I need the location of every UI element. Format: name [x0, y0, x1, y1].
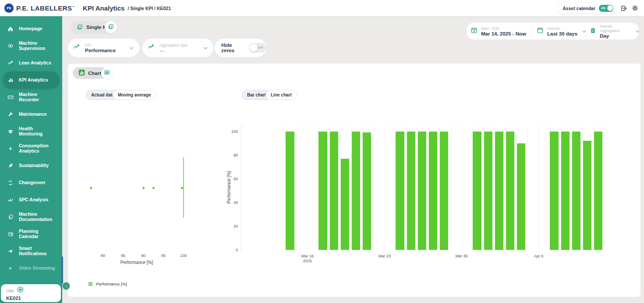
bar-chart-x-tick-label: Apr 6 [534, 254, 544, 259]
machine-type-label: Line [6, 289, 14, 293]
sidebar-nav: Homepage Machine Supervision Lean Analyt… [0, 16, 62, 303]
sidebar-item-kpi-analytics[interactable]: KPI Analytics [3, 71, 59, 89]
sidebar-item-maintenance[interactable]: Maintenance [0, 106, 62, 123]
interval-aggregation-select[interactable]: Interval Aggregation Day [585, 25, 639, 37]
bolt-icon [7, 146, 14, 152]
kpi-trend-icon [73, 43, 80, 52]
svg-text:1: 1 [80, 25, 81, 28]
start-end-field[interactable]: Start - End Mar 14, 2025 - Now [467, 25, 532, 37]
scatter-point [142, 187, 145, 189]
changeover-cycle-icon [7, 180, 14, 186]
sidebar-item-video-streaming[interactable]: Video Streaming [0, 260, 62, 277]
interval-aggregation-value: Day [600, 33, 623, 39]
day-gridline [605, 125, 605, 250]
top-header: PE P.E. LABELLERS™ KPI Analytics / Singl… [0, 0, 644, 16]
bar-mar-27 [429, 132, 438, 250]
sidebar-collapse-button[interactable]: ‹ [63, 282, 70, 289]
day-gridline [451, 125, 451, 250]
sidebar-item-homepage[interactable]: Homepage [0, 20, 62, 37]
sidebar-item-machine-supervision[interactable]: Machine Supervision [0, 37, 62, 54]
aggregation-type-select[interactable]: Aggregation type --- [142, 39, 213, 57]
aggregation-type-value: --- [159, 48, 188, 53]
bar-chart-y-axis-title: Performance [%] [226, 171, 231, 203]
interval-value: Last 30 days [547, 31, 577, 36]
compare-kpi-icon: 2 [108, 23, 114, 32]
sidebar-item-smart-notifications[interactable]: Smart Notifications [0, 242, 62, 260]
strip-plot-x-axis-title: Performance [%] [120, 260, 153, 265]
day-gridline [297, 125, 297, 250]
strip-x-tick-label: 100 [180, 253, 187, 258]
leaf-icon [7, 163, 14, 168]
sidebar-item-lean-analytics[interactable]: Lean Analytics [0, 54, 62, 71]
trademark-mark: ™ [72, 6, 75, 8]
sidebar-item-planning-calendar[interactable]: Planning Calendar [0, 225, 62, 242]
sidebar-item-spc-analysis[interactable]: SPC Analysis [0, 191, 62, 208]
sidebar-item-label: Changeover [19, 180, 56, 185]
hide-zeros-control: Hide zeros OFF [215, 39, 266, 57]
sidebar-item-consumption-analytics[interactable]: Consumption Analytics [0, 140, 62, 157]
bar-chart-x-tick-label: Mar 30 [456, 254, 468, 259]
chart-panel: Chart Actual data Moving average Bar cha… [68, 64, 640, 297]
bar-apr-9 [572, 132, 581, 250]
bar-mar-18 [330, 132, 339, 250]
kpi-select[interactable]: KPI Performance [68, 39, 139, 57]
chevron-down-icon [636, 29, 639, 32]
sidebar-item-label: Smart Notifications [19, 246, 56, 256]
interval-aggregation-label: Interval Aggregation [600, 24, 623, 33]
legend-label: Performance [%] [96, 282, 127, 286]
chart-legend[interactable]: Performance [%] [88, 282, 127, 286]
sidebar-item-health-monitoring[interactable]: Health Monitoring [0, 123, 62, 140]
compare-kpi-button[interactable]: 2 [105, 21, 117, 33]
gear-icon[interactable] [631, 4, 639, 12]
sidebar-item-label: SPC Analysis [19, 197, 56, 203]
aggregation-type-label: Aggregation type [159, 43, 188, 47]
day-gridline [527, 125, 528, 250]
page-title: KPI Analytics [83, 4, 124, 12]
sidebar-scrollbar[interactable] [61, 257, 63, 284]
home-icon [7, 26, 14, 32]
bar-chart-x-tick-label: Mar 23 [379, 254, 391, 259]
wrench-icon [7, 111, 14, 117]
toggle-knob [607, 5, 613, 11]
machine-icon [17, 286, 24, 295]
heart-pulse-icon [7, 128, 14, 135]
logout-icon[interactable] [620, 4, 627, 12]
day-gridline [374, 125, 374, 250]
bar-mar-19 [341, 159, 350, 250]
calendar-icon [537, 27, 544, 36]
bar-apr-4 [517, 143, 526, 250]
machine-card[interactable]: Line KE021 [1, 284, 61, 302]
sidebar-item-label: Maintenance [19, 112, 56, 117]
sidebar-item-machine-recorder[interactable]: Machine Recorder [0, 89, 62, 106]
scatter-point [90, 187, 92, 189]
sidebar-item-label: Machine Supervision [19, 41, 56, 51]
breadcrumb[interactable]: / Single KPI / KE021 [127, 6, 171, 11]
bar-mar-26 [418, 132, 427, 250]
asset-calendar-toggle[interactable]: ON [599, 5, 613, 12]
sidebar-item-label: Lean Analytics [19, 61, 56, 66]
start-end-value: Mar 14, 2025 - Now [481, 31, 526, 36]
sidebar-item-machine-documentation[interactable]: Machine Documentation [0, 208, 62, 225]
sidebar-item-label: Machine Documentation [19, 212, 56, 222]
play-icon [7, 266, 14, 271]
day-gridline [385, 125, 385, 250]
day-gridline [462, 125, 462, 250]
machine-id: KE021 [6, 296, 61, 301]
bar-chart-icon [7, 77, 14, 83]
sidebar-item-label: Sustainability [19, 163, 56, 168]
interval-select[interactable]: Interval Last 30 days [532, 25, 585, 37]
sidebar-item-label: Homepage [19, 26, 56, 32]
bar-chart-y-tick-label: 20 [223, 224, 238, 228]
svg-text:2: 2 [110, 25, 112, 28]
send-icon [7, 248, 14, 254]
bar-mar-31 [473, 132, 481, 250]
kpi-label: KPI [85, 43, 116, 47]
bar-chart-y-tick-label: 80 [223, 153, 238, 157]
kpi-value: Performance [85, 48, 116, 53]
day-gridline [539, 125, 539, 250]
hide-zeros-toggle[interactable]: OFF [249, 43, 266, 53]
sidebar-item-sustainability[interactable]: Sustainability [0, 157, 62, 174]
sidebar-item-changeover[interactable]: Changeover [0, 174, 62, 191]
documents-icon [7, 214, 14, 220]
scatter-point [152, 187, 155, 189]
